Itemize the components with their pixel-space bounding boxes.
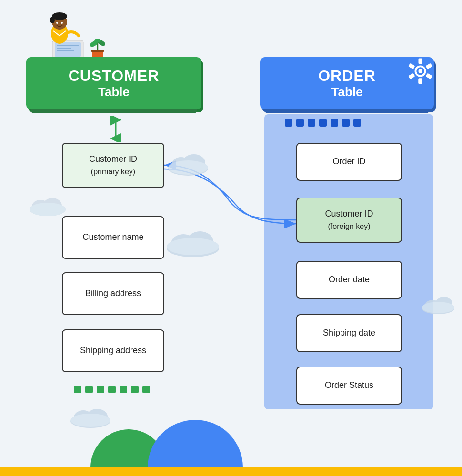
order-table-title-line1: ORDER [318,67,376,85]
customer-dot-6 [131,386,139,393]
customer-dot-7 [142,386,150,393]
cloud-top-center [164,152,212,178]
customer-id-foreign-key-field: Customer ID(foreign key) [296,198,402,243]
order-table-title-line2: Table [331,85,363,99]
customer-table-title-line1: CUSTOMER [69,67,160,85]
order-dot-6 [342,119,350,127]
order-dots-row [285,119,361,127]
billing-address-field: Billing address [62,272,164,315]
customer-id-fk-label: Customer ID(foreign key) [325,208,373,232]
order-dot-5 [331,119,338,127]
order-dot-4 [319,119,327,127]
svg-point-9 [56,22,58,24]
svg-point-51 [70,414,110,427]
customer-dot-4 [108,386,116,393]
cloud-bottom-left [67,407,114,430]
deco-blue-semicircle [148,420,243,467]
customer-id-label: Customer ID(primary key) [89,153,137,177]
order-id-field: Order ID [296,143,402,181]
person-illustration [26,10,88,62]
order-id-label: Order ID [332,156,365,167]
plant-illustration [88,34,107,58]
gear-icon [407,58,433,84]
customer-dots-row [74,386,150,393]
order-dot-1 [285,119,292,127]
svg-point-10 [61,22,63,24]
svg-rect-21 [425,73,432,79]
order-dot-3 [308,119,315,127]
order-status-label: Order Status [325,380,373,391]
cloud-left-middle [26,195,69,218]
svg-rect-12 [91,50,104,52]
shipping-address-field: Shipping address [62,329,164,372]
order-date-label: Order date [329,274,370,285]
customer-name-field: Customer name [62,216,164,259]
customer-name-label: Customer name [82,232,143,243]
order-date-field: Order date [296,261,402,299]
svg-point-8 [50,17,55,23]
shipping-date-field: Shipping date [296,314,402,352]
vertical-double-arrow [109,116,123,144]
billing-address-label: Billing address [85,288,141,299]
svg-point-43 [168,160,208,175]
customer-table-title-line2: Table [98,85,130,99]
svg-rect-22 [419,79,422,84]
order-status-field: Order Status [296,367,402,405]
svg-point-47 [422,302,454,313]
svg-point-35 [30,203,66,216]
svg-rect-1 [55,42,81,57]
cloud-right [419,295,457,316]
customer-dot-3 [97,386,104,393]
svg-rect-24 [408,63,415,69]
shipping-address-label: Shipping address [80,345,146,356]
bottom-accent-bar [0,467,462,476]
svg-rect-23 [408,73,415,79]
shipping-date-label: Shipping date [323,327,375,338]
customer-id-primary-key-field: Customer ID(primary key) [62,143,164,188]
svg-rect-20 [425,63,432,69]
customer-table-header: CUSTOMER Table [26,57,201,109]
customer-dot-5 [120,386,127,393]
order-dot-7 [353,119,361,127]
svg-rect-18 [419,59,422,64]
svg-point-16 [94,39,101,42]
customer-dot-1 [74,386,81,393]
cloud-center [162,228,224,259]
order-dot-2 [296,119,304,127]
svg-point-39 [167,238,219,255]
svg-point-26 [419,69,422,73]
customer-dot-2 [85,386,93,393]
